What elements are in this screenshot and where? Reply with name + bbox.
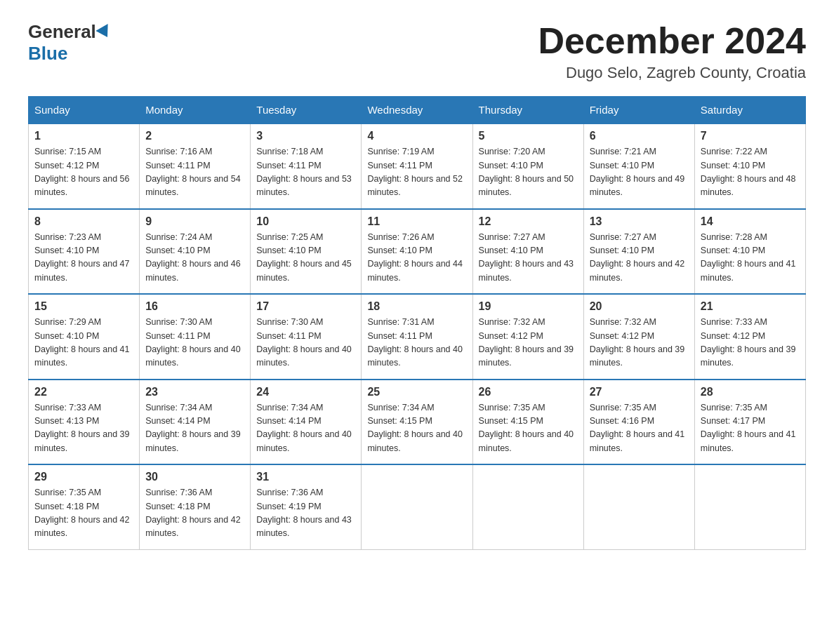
day-info: Sunrise: 7:34 AM Sunset: 4:15 PM Dayligh…: [367, 401, 466, 456]
daylight-label: Daylight: 8 hours and 40 minutes.: [256, 344, 352, 368]
day-info: Sunrise: 7:30 AM Sunset: 4:11 PM Dayligh…: [145, 316, 244, 370]
sunset-label: Sunset: 4:10 PM: [145, 246, 210, 255]
daylight-label: Daylight: 8 hours and 41 minutes.: [701, 259, 796, 282]
daylight-label: Daylight: 8 hours and 56 minutes.: [34, 174, 130, 197]
sunset-label: Sunset: 4:18 PM: [145, 502, 210, 511]
sunrise-label: Sunrise: 7:26 AM: [367, 232, 434, 242]
calendar-cell: 6 Sunrise: 7:21 AM Sunset: 4:10 PM Dayli…: [583, 123, 694, 209]
calendar-cell: 8 Sunrise: 7:23 AM Sunset: 4:10 PM Dayli…: [29, 209, 140, 295]
daylight-label: Daylight: 8 hours and 39 minutes.: [590, 344, 685, 368]
day-number: 25: [367, 386, 466, 398]
sunrise-label: Sunrise: 7:36 AM: [256, 488, 323, 497]
calendar-cell: 16 Sunrise: 7:30 AM Sunset: 4:11 PM Dayl…: [140, 294, 251, 380]
sunrise-label: Sunrise: 7:35 AM: [479, 403, 545, 412]
calendar-cell: 21 Sunrise: 7:33 AM Sunset: 4:12 PM Dayl…: [694, 294, 805, 380]
sunset-label: Sunset: 4:10 PM: [256, 246, 321, 255]
calendar-cell: 15 Sunrise: 7:29 AM Sunset: 4:10 PM Dayl…: [29, 294, 140, 380]
day-number: 14: [701, 215, 800, 228]
calendar-cell: 27 Sunrise: 7:35 AM Sunset: 4:16 PM Dayl…: [583, 380, 694, 465]
day-info: Sunrise: 7:26 AM Sunset: 4:10 PM Dayligh…: [367, 231, 466, 286]
sunrise-label: Sunrise: 7:34 AM: [367, 403, 434, 412]
calendar-week-2: 8 Sunrise: 7:23 AM Sunset: 4:10 PM Dayli…: [29, 209, 806, 295]
daylight-label: Daylight: 8 hours and 52 minutes.: [367, 174, 463, 197]
day-info: Sunrise: 7:19 AM Sunset: 4:11 PM Dayligh…: [367, 145, 466, 200]
sunset-label: Sunset: 4:10 PM: [34, 331, 99, 341]
day-number: 15: [34, 300, 133, 313]
sunset-label: Sunset: 4:11 PM: [145, 331, 210, 341]
day-number: 24: [256, 386, 355, 398]
sunset-label: Sunset: 4:14 PM: [145, 416, 210, 426]
calendar-header-row: SundayMondayTuesdayWednesdayThursdayFrid…: [29, 97, 806, 124]
calendar-week-3: 15 Sunrise: 7:29 AM Sunset: 4:10 PM Dayl…: [29, 294, 806, 380]
day-info: Sunrise: 7:34 AM Sunset: 4:14 PM Dayligh…: [256, 401, 355, 456]
calendar-header-friday: Friday: [583, 97, 694, 124]
calendar-cell: 31 Sunrise: 7:36 AM Sunset: 4:19 PM Dayl…: [251, 464, 362, 549]
calendar-header-tuesday: Tuesday: [251, 97, 362, 124]
calendar-cell: 13 Sunrise: 7:27 AM Sunset: 4:10 PM Dayl…: [583, 209, 694, 295]
day-info: Sunrise: 7:21 AM Sunset: 4:10 PM Dayligh…: [590, 145, 689, 200]
calendar-cell: 3 Sunrise: 7:18 AM Sunset: 4:11 PM Dayli…: [251, 123, 362, 209]
sunset-label: Sunset: 4:12 PM: [34, 161, 99, 170]
calendar-cell: 9 Sunrise: 7:24 AM Sunset: 4:10 PM Dayli…: [140, 209, 251, 295]
daylight-label: Daylight: 8 hours and 39 minutes.: [701, 344, 796, 368]
daylight-label: Daylight: 8 hours and 53 minutes.: [256, 174, 352, 197]
day-number: 21: [701, 300, 800, 313]
daylight-label: Daylight: 8 hours and 42 minutes.: [590, 259, 685, 282]
calendar-cell: 23 Sunrise: 7:34 AM Sunset: 4:14 PM Dayl…: [140, 380, 251, 465]
day-info: Sunrise: 7:20 AM Sunset: 4:10 PM Dayligh…: [479, 145, 578, 200]
daylight-label: Daylight: 8 hours and 46 minutes.: [145, 259, 241, 282]
day-info: Sunrise: 7:36 AM Sunset: 4:19 PM Dayligh…: [256, 486, 355, 541]
sunrise-label: Sunrise: 7:24 AM: [145, 232, 212, 242]
day-number: 3: [256, 130, 355, 142]
day-info: Sunrise: 7:35 AM Sunset: 4:18 PM Dayligh…: [34, 486, 133, 541]
sunset-label: Sunset: 4:10 PM: [479, 246, 543, 255]
calendar-cell: 28 Sunrise: 7:35 AM Sunset: 4:17 PM Dayl…: [694, 380, 805, 465]
calendar-header-sunday: Sunday: [29, 97, 140, 124]
sunset-label: Sunset: 4:10 PM: [34, 246, 99, 255]
day-number: 18: [367, 300, 466, 313]
day-info: Sunrise: 7:28 AM Sunset: 4:10 PM Dayligh…: [701, 231, 800, 286]
sunrise-label: Sunrise: 7:15 AM: [34, 147, 101, 156]
sunset-label: Sunset: 4:11 PM: [367, 331, 432, 341]
sunset-label: Sunset: 4:10 PM: [590, 161, 654, 170]
day-info: Sunrise: 7:23 AM Sunset: 4:10 PM Dayligh…: [34, 231, 133, 286]
day-number: 1: [34, 130, 133, 142]
day-info: Sunrise: 7:27 AM Sunset: 4:10 PM Dayligh…: [590, 231, 689, 286]
calendar-cell: 22 Sunrise: 7:33 AM Sunset: 4:13 PM Dayl…: [29, 380, 140, 465]
sunset-label: Sunset: 4:15 PM: [367, 416, 432, 426]
logo-blue-text: Blue: [28, 43, 67, 65]
daylight-label: Daylight: 8 hours and 40 minutes.: [479, 429, 574, 452]
month-year-title: December 2024: [538, 21, 806, 61]
sunrise-label: Sunrise: 7:33 AM: [701, 317, 767, 327]
calendar-cell: 10 Sunrise: 7:25 AM Sunset: 4:10 PM Dayl…: [251, 209, 362, 295]
daylight-label: Daylight: 8 hours and 40 minutes.: [256, 429, 352, 452]
day-number: 13: [590, 215, 689, 228]
calendar-cell: 5 Sunrise: 7:20 AM Sunset: 4:10 PM Dayli…: [472, 123, 583, 209]
calendar-header-saturday: Saturday: [694, 97, 805, 124]
sunrise-label: Sunrise: 7:23 AM: [34, 232, 101, 242]
day-number: 12: [479, 215, 578, 228]
day-info: Sunrise: 7:35 AM Sunset: 4:15 PM Dayligh…: [479, 401, 578, 456]
sunrise-label: Sunrise: 7:27 AM: [590, 232, 656, 242]
daylight-label: Daylight: 8 hours and 47 minutes.: [34, 259, 130, 282]
sunset-label: Sunset: 4:16 PM: [590, 416, 654, 426]
daylight-label: Daylight: 8 hours and 42 minutes.: [34, 515, 130, 538]
day-number: 2: [145, 130, 244, 142]
day-number: 4: [367, 130, 466, 142]
day-info: Sunrise: 7:27 AM Sunset: 4:10 PM Dayligh…: [479, 231, 578, 286]
calendar-cell: [472, 464, 583, 549]
day-info: Sunrise: 7:36 AM Sunset: 4:18 PM Dayligh…: [145, 486, 244, 541]
calendar-header-thursday: Thursday: [472, 97, 583, 124]
day-number: 8: [34, 215, 133, 228]
sunrise-label: Sunrise: 7:30 AM: [256, 317, 323, 327]
sunrise-label: Sunrise: 7:19 AM: [367, 147, 434, 156]
calendar-cell: 4 Sunrise: 7:19 AM Sunset: 4:11 PM Dayli…: [362, 123, 472, 209]
daylight-label: Daylight: 8 hours and 40 minutes.: [367, 429, 463, 452]
sunset-label: Sunset: 4:11 PM: [256, 161, 321, 170]
sunset-label: Sunset: 4:10 PM: [479, 161, 543, 170]
day-number: 10: [256, 215, 355, 228]
sunrise-label: Sunrise: 7:30 AM: [145, 317, 212, 327]
day-info: Sunrise: 7:35 AM Sunset: 4:17 PM Dayligh…: [701, 401, 800, 456]
day-info: Sunrise: 7:22 AM Sunset: 4:10 PM Dayligh…: [701, 145, 800, 200]
sunrise-label: Sunrise: 7:35 AM: [34, 488, 101, 497]
